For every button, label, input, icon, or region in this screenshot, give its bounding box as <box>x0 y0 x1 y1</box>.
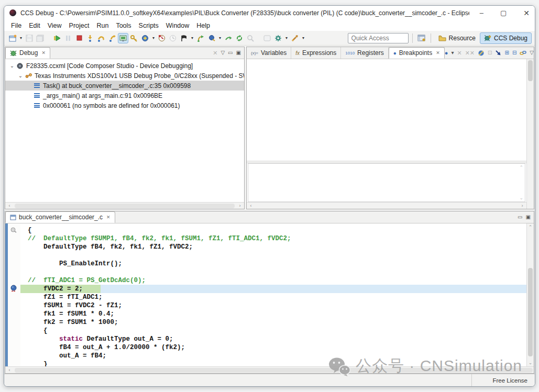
tab-close-icon[interactable]: ✕ <box>436 50 440 55</box>
scroll-right-icon[interactable]: › <box>518 203 526 208</box>
panel-minimize-icon[interactable]: ▭ <box>518 215 522 220</box>
flash-program-icon[interactable] <box>129 33 139 43</box>
scroll-left-icon[interactable]: ‹ <box>5 203 14 208</box>
maximize-icon[interactable]: ▢ <box>500 9 507 16</box>
remove-terminated-icon[interactable]: ✕ <box>213 50 217 56</box>
code-line[interactable]: fSUM1 = fVDC2 - fZ1; <box>28 301 526 310</box>
step-mode-icon[interactable] <box>140 33 150 43</box>
step-return-icon[interactable] <box>107 33 117 43</box>
breakpoint-marker-icon[interactable] <box>10 285 17 292</box>
tree-row-stack-frame-args-main[interactable]: _args_main() at args_main.c:91 0x0096BE <box>5 91 244 100</box>
assembly-step-icon[interactable] <box>195 33 206 43</box>
view-menu-icon[interactable]: ▽ <box>221 50 225 55</box>
delete-all-breakpoints-icon[interactable]: ✕✕ <box>465 50 475 56</box>
new-wizard-icon[interactable] <box>7 33 18 43</box>
show-advanced-icon[interactable]: ⊡ <box>488 50 492 55</box>
save-icon[interactable] <box>24 33 35 43</box>
new-breakpoint-dropdown-icon[interactable]: ▾ <box>451 50 454 55</box>
set-pc-flag-icon[interactable] <box>179 33 189 43</box>
menu-run[interactable]: Run <box>93 21 112 30</box>
code-line[interactable]: fZ1 = fTI_ADC1; <box>28 293 526 301</box>
resume-icon[interactable] <box>52 33 62 43</box>
profile-clock-icon[interactable] <box>157 33 167 43</box>
trace-step-icon[interactable] <box>223 33 234 43</box>
menu-file[interactable]: File <box>7 21 25 30</box>
code-line[interactable]: DefaultType fB4, fk2, fk1, fZ1, fVDC2; <box>28 243 526 251</box>
skip-all-breakpoints-icon[interactable] <box>478 50 485 57</box>
new-breakpoint-icon[interactable]: ● <box>445 50 448 56</box>
code-line[interactable]: // DefaultType fSUMP1, fB4, fk2, fk1, fS… <box>28 234 526 243</box>
suspend-icon[interactable] <box>63 33 73 43</box>
code-line[interactable]: fB4 = out_A + 1.0/20000 * (fk2); <box>28 343 526 352</box>
menu-tools[interactable]: Tools <box>112 21 135 30</box>
breakpoint-action-dropdown-icon[interactable]: ▾ <box>217 36 223 40</box>
scroll-down-icon[interactable]: ⌄ <box>519 195 523 200</box>
tab-registers[interactable]: 1010 Registers <box>341 47 388 59</box>
editor-gutter[interactable] <box>8 223 20 366</box>
tree-row-stack-frame-address[interactable]: 0x000061 (no symbols are defined for 0x0… <box>5 100 244 110</box>
scroll-down-icon[interactable]: ⌄ <box>529 359 533 366</box>
editor-horizontal-scrollbar[interactable]: ‹ <box>5 366 534 373</box>
pin-trace-icon[interactable] <box>290 33 300 43</box>
delete-breakpoint-icon[interactable]: ✕ <box>457 50 461 56</box>
view-menu-icon[interactable]: ▽ <box>530 50 534 55</box>
profile-setup-icon[interactable] <box>168 33 178 43</box>
tab-close-icon[interactable]: ✕ <box>106 215 111 220</box>
panel-minimize-icon[interactable]: ▭ <box>228 50 233 55</box>
code-line[interactable] <box>28 251 526 260</box>
menu-view[interactable]: View <box>44 21 65 30</box>
panel-maximize-icon[interactable]: ▣ <box>236 50 241 55</box>
code-line[interactable]: } <box>28 360 526 366</box>
step-into-icon[interactable] <box>85 33 95 43</box>
menu-help[interactable]: Help <box>193 21 214 30</box>
new-wizard-dropdown-icon[interactable]: ▾ <box>18 36 24 40</box>
code-line[interactable]: { <box>28 327 526 335</box>
scroll-up-icon[interactable]: ⌃ <box>529 223 533 231</box>
code-line[interactable]: fVDC2 = 2; <box>20 285 526 293</box>
perspective-ccs-debug-button[interactable]: CCS Debug <box>480 32 532 44</box>
breakpoints-list[interactable] <box>247 59 526 161</box>
menu-window[interactable]: Window <box>162 21 193 30</box>
link-with-debug-icon[interactable] <box>520 50 526 56</box>
open-element-icon[interactable] <box>262 33 272 43</box>
step-mode-dropdown-icon[interactable]: ▾ <box>151 36 156 40</box>
tab-debug[interactable]: Debug ✕ <box>5 47 50 59</box>
set-pc-dropdown-icon[interactable]: ▾ <box>190 36 195 40</box>
code-line[interactable]: fk2 = fSUM1 * 1000; <box>28 318 526 327</box>
tab-variables[interactable]: (x)= Variables <box>247 47 291 59</box>
open-perspective-icon[interactable] <box>416 33 427 43</box>
code-line[interactable]: fk1 = fSUM1 * 0.4; <box>28 310 526 318</box>
tab-expressions[interactable]: fx Expressions <box>291 47 341 59</box>
collapse-all-icon[interactable]: ⊟ <box>512 50 516 55</box>
tree-row-debug-probe[interactable]: ⌄ Texas Instruments XDS100v1 USB Debug P… <box>5 71 244 81</box>
code-line[interactable]: out_A = fB4; <box>28 352 526 360</box>
chevron-down-icon[interactable]: ⌄ <box>8 63 16 69</box>
tab-close-icon[interactable]: ✕ <box>41 50 46 55</box>
panel-maximize-icon[interactable]: ▣ <box>526 215 531 220</box>
connect-target-icon[interactable] <box>118 33 128 43</box>
debug-horizontal-scrollbar[interactable]: ‹ › <box>5 202 244 209</box>
code-area[interactable]: {// DefaultType fSUMP1, fB4, fk2, fk1, f… <box>20 223 526 366</box>
code-line[interactable]: PS_EnableIntr(); <box>28 260 526 268</box>
editor-vertical-scrollbar[interactable]: ⌃ ⌄ <box>526 223 534 366</box>
code-line[interactable] <box>28 268 526 276</box>
close-icon[interactable]: ✕ <box>523 9 530 17</box>
quick-access-input[interactable] <box>348 33 409 43</box>
minimize-icon[interactable]: – <box>480 9 483 16</box>
scroll-left-icon[interactable]: ‹ <box>5 367 14 373</box>
scroll-right-icon[interactable]: › <box>236 203 244 208</box>
code-line[interactable]: { <box>28 226 526 234</box>
menu-project[interactable]: Project <box>65 21 93 30</box>
scroll-left-icon[interactable]: ‹ <box>247 203 255 208</box>
menu-scripts[interactable]: Scripts <box>135 21 162 30</box>
code-line[interactable]: // fTI_ADC1 = PS_GetDcAdc(0); <box>28 276 526 285</box>
breakpoints-horizontal-scrollbar[interactable]: ‹ › <box>247 202 526 209</box>
tab-breakpoints[interactable]: ● Breakpoints ✕ <box>389 47 445 59</box>
perspective-resource-button[interactable]: Resource <box>435 32 479 44</box>
menu-edit[interactable]: Edit <box>25 21 44 30</box>
breakpoint-action-icon[interactable] <box>206 33 217 43</box>
expand-all-icon[interactable]: ⊞ <box>504 50 509 55</box>
step-over-icon[interactable] <box>96 33 106 43</box>
terminate-icon[interactable] <box>74 33 84 43</box>
refresh-icon[interactable] <box>234 33 245 43</box>
